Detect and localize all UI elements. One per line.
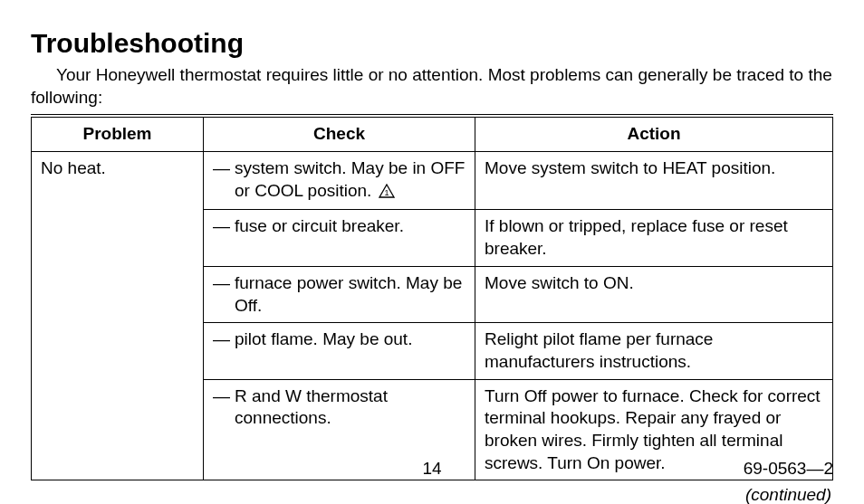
intro-text: Your Honeywell thermostat requires littl… <box>31 64 833 109</box>
check-text: fuse or circuit breaker. <box>235 215 466 238</box>
warning-icon: 1 <box>379 182 395 204</box>
bullet-dash: — <box>213 328 235 351</box>
table-row: No heat. — system switch. May be in OFF … <box>32 152 833 210</box>
bullet-dash: — <box>213 272 235 295</box>
bullet-dash: — <box>213 385 235 408</box>
check-cell: — furnace power switch. May be Off. <box>204 266 475 322</box>
check-cell: — pilot flame. May be out. <box>204 323 475 379</box>
check-text: furnace power switch. May be Off. <box>235 272 466 317</box>
action-cell: Move system switch to HEAT position. <box>475 152 833 210</box>
col-problem: Problem <box>32 116 204 151</box>
col-action: Action <box>475 116 833 151</box>
action-cell: Move switch to ON. <box>475 266 833 322</box>
warning-number: 1 <box>384 188 389 197</box>
action-cell: If blown or tripped, replace fuse or res… <box>475 210 833 266</box>
col-check: Check <box>204 116 475 151</box>
page-number: 14 <box>422 458 441 480</box>
check-text: R and W thermostat connections. <box>235 385 466 430</box>
bullet-dash: — <box>213 215 235 238</box>
check-text: system switch. May be in OFF or COOL pos… <box>235 158 465 200</box>
doc-number: 69-0563—2 <box>744 458 833 480</box>
continued-label: (continued) <box>31 484 831 504</box>
page-footer: 14 69-0563—2 <box>31 458 833 480</box>
page-title: Troubleshooting <box>31 25 833 61</box>
check-text: pilot flame. May be out. <box>235 328 466 351</box>
action-cell: Relight pilot flame per furnace manufact… <box>475 323 833 379</box>
check-cell: — fuse or circuit breaker. <box>204 210 475 266</box>
problem-cell: No heat. <box>32 152 204 480</box>
check-cell: — system switch. May be in OFF or COOL p… <box>204 152 475 210</box>
bullet-dash: — <box>213 157 235 180</box>
table-header-row: Problem Check Action <box>32 116 833 151</box>
troubleshooting-table: Problem Check Action No heat. — system s… <box>31 114 833 480</box>
